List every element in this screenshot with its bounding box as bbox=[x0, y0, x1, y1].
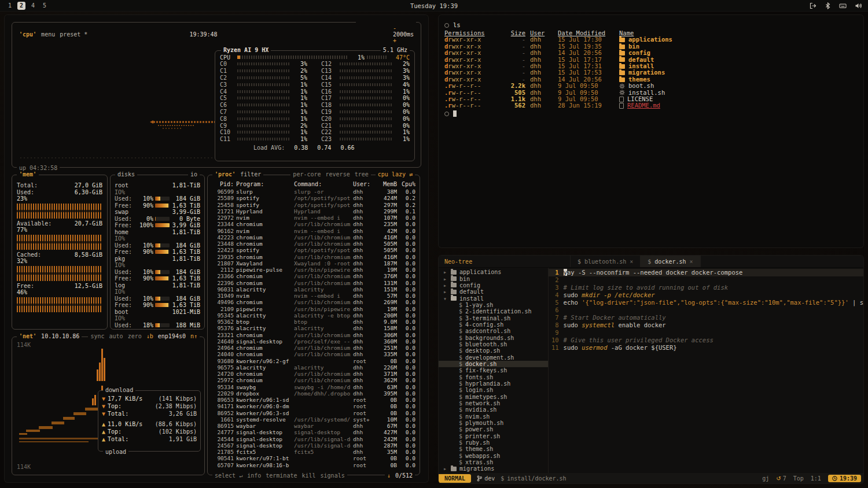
tree-item[interactable]: bin bbox=[439, 275, 548, 282]
process-row[interactable]: 86915 waybar waybar dhh 67M 0.0 bbox=[212, 423, 415, 429]
tree-item[interactable]: desktop.sh bbox=[439, 347, 548, 354]
io-mode-button[interactable]: io bbox=[188, 171, 200, 178]
process-row[interactable]: 23321 chromium /usr/lib/chromium . dhh 3… bbox=[212, 332, 415, 338]
process-row[interactable]: 95334 swaybg swaybg -i /home/dh dhh 63M … bbox=[212, 384, 415, 390]
process-row[interactable]: 22972 nvim nvim --embed i dhh 107M 0.0 bbox=[212, 215, 415, 221]
tree-item[interactable]: webapps.sh bbox=[439, 453, 548, 459]
interval-minus-button[interactable]: - bbox=[393, 25, 396, 31]
prompt-line[interactable] bbox=[444, 110, 858, 117]
scroll-down-indicator[interactable]: ↓ bbox=[385, 472, 393, 479]
process-row[interactable]: 86952 kworker/u96:3-sd root 0B 0.0 bbox=[212, 410, 415, 416]
tree-item[interactable]: hyprlandia.sh bbox=[439, 380, 548, 387]
process-row[interactable]: 23448 chromium /usr/lib/chromium . dhh 5… bbox=[212, 241, 415, 247]
info-button[interactable]: info bbox=[245, 472, 263, 479]
process-row[interactable]: 96575 alacritty alacritty dhh 226M 0.0 bbox=[212, 364, 415, 371]
process-row[interactable]: 2112 pipewire-pulse /usr/bin/pipewire- d… bbox=[212, 267, 415, 273]
tree-item[interactable]: xtras.sh bbox=[439, 459, 548, 465]
tree-item[interactable]: backgrounds.sh bbox=[439, 334, 548, 341]
process-row[interactable]: 95376 alacritty alacritty dhh 158M 0.0 bbox=[212, 325, 415, 331]
process-row[interactable]: 22396 chromium /usr/lib/chromium/ dhh 13… bbox=[212, 280, 415, 286]
tree-item[interactable]: applications bbox=[439, 269, 548, 275]
process-row[interactable]: 95345 alacritty alacritty -e btop dhh 20… bbox=[212, 312, 415, 319]
process-row[interactable]: 65707 kworker/u98:16-b root 0B 0.0 bbox=[212, 462, 415, 468]
sort-selector[interactable]: cpu lazy ⇄ bbox=[376, 171, 415, 178]
signals-button[interactable]: signals bbox=[318, 472, 347, 479]
buffer-tab[interactable]: $ bluetooth.sh × bbox=[571, 256, 641, 267]
filter-button[interactable]: filter bbox=[238, 171, 263, 178]
tree-item[interactable]: power.sh bbox=[439, 426, 548, 432]
close-tab-icon[interactable]: × bbox=[690, 258, 693, 265]
net-sync-button[interactable]: sync bbox=[88, 333, 106, 339]
tree-toggle[interactable]: tree bbox=[352, 171, 371, 178]
tree-item[interactable]: nvidia.sh bbox=[439, 406, 548, 413]
kill-button[interactable]: kill bbox=[299, 472, 318, 479]
tree-item[interactable]: docker.sh bbox=[439, 361, 548, 367]
tree-item[interactable]: migrations bbox=[439, 465, 548, 472]
process-row[interactable]: 2109 pipewire /usr/bin/pipewire dhh 19M … bbox=[212, 306, 415, 312]
process-row[interactable]: 31949 nvim nvim --embed i dhh 57M 0.0 bbox=[212, 293, 415, 299]
tree-item[interactable]: 2-identification.sh bbox=[439, 308, 548, 315]
process-row[interactable]: 96162 nvim nvim --embed i dhh 42M 0.0 bbox=[212, 228, 415, 234]
tree-item[interactable]: 4-config.sh bbox=[439, 321, 548, 328]
process-row[interactable]: 90541 kworker/u97:1-bt root 0B 0.0 bbox=[212, 455, 415, 461]
disks-box-label[interactable]: disks bbox=[115, 171, 137, 178]
process-row[interactable]: 24040 chromium /usr/lib/chromium/ dhh 33… bbox=[212, 351, 415, 357]
volume-icon[interactable] bbox=[855, 2, 862, 9]
proc-box-label[interactable]: 'proc' bbox=[212, 171, 238, 178]
select-button[interactable]: select ↵ bbox=[212, 472, 245, 479]
process-row[interactable]: 22029 dropbox /home/dhh/.dropbox dhh 395… bbox=[212, 390, 415, 397]
tree-item[interactable]: nvim.sh bbox=[439, 413, 548, 420]
close-tab-icon[interactable]: × bbox=[630, 258, 633, 265]
process-row[interactable]: 23344 chromium /usr/lib/chromium/ dhh 23… bbox=[212, 221, 415, 227]
process-row[interactable]: 96031 alacritty alacritty dhh 151M 0.0 bbox=[212, 286, 415, 293]
terminate-button[interactable]: terminate bbox=[263, 472, 299, 479]
tree-item[interactable]: plymouth.sh bbox=[439, 420, 548, 426]
reverse-toggle[interactable]: reverse bbox=[323, 171, 352, 178]
process-row[interactable]: 21785 fcitx5 fcitx5 dhh 35M 0.0 bbox=[212, 449, 415, 455]
tree-item[interactable]: fonts.sh bbox=[439, 374, 548, 380]
tree-item[interactable]: network.sh bbox=[439, 400, 548, 406]
process-row[interactable]: 24720 chromium /usr/lib/chromium/ dhh 37… bbox=[212, 371, 415, 377]
editor-buffer[interactable]: 1 yay -S --noconfirm --needed docker doc… bbox=[549, 268, 863, 473]
process-row[interactable]: 93680 kworker/u96:2-gf root 0B 0.0 bbox=[212, 358, 415, 364]
process-row[interactable]: 24567 signal-desktop /usr/lib/signal-de … bbox=[212, 442, 415, 449]
net-box-label[interactable]: 'net' bbox=[17, 333, 39, 339]
mem-box-label[interactable]: 'mem' bbox=[17, 171, 39, 178]
process-row[interactable]: 94171 kworker/u96:0-dm root 0B 0.0 bbox=[212, 403, 415, 409]
process-row[interactable]: 22423 spotify /opt/spotify/spoti dhh 505… bbox=[212, 247, 415, 253]
tree-item[interactable]: 1-yay.sh bbox=[439, 302, 548, 308]
process-row[interactable]: 96599 slurp slurp -or dhh 38M 0.0 bbox=[212, 188, 415, 195]
process-row[interactable]: 25458 spotify /opt/spotify/spoti dhh 297… bbox=[212, 202, 415, 208]
tree-item[interactable]: login.sh bbox=[439, 387, 548, 393]
process-row[interactable]: 25972 chromium /usr/lib/chromium/ dhh 36… bbox=[212, 377, 415, 383]
per-core-toggle[interactable]: per-core bbox=[290, 171, 323, 178]
process-row[interactable]: 42223 chromium /usr/lib/chromium . dhh 4… bbox=[212, 234, 415, 241]
tree-item[interactable]: install bbox=[439, 295, 548, 301]
process-row[interactable]: 21721 Hyprland Hyprland dhh 299M 0.1 bbox=[212, 208, 415, 215]
tree-item[interactable]: printer.sh bbox=[439, 433, 548, 439]
keyboard-icon[interactable] bbox=[839, 2, 847, 9]
tree-item[interactable]: fix-fkeys.sh bbox=[439, 367, 548, 374]
net-prev-button[interactable]: ↓b bbox=[144, 333, 156, 339]
logout-icon[interactable] bbox=[810, 2, 816, 9]
process-row[interactable]: 24777 signal-desktop signal-desktop dhh … bbox=[212, 429, 415, 435]
process-row[interactable]: 23366 chromium /usr/lib/chromium/ dhh 37… bbox=[212, 273, 415, 279]
process-row[interactable]: 89653 kworker/u96:1-sd root 0B 0.0 bbox=[212, 397, 415, 403]
net-next-button[interactable]: n↑ bbox=[188, 333, 200, 339]
process-row[interactable]: 24640 signal-desktop /proc/self/exe --t … bbox=[212, 338, 415, 345]
net-auto-button[interactable]: auto bbox=[107, 333, 126, 339]
tree-item[interactable]: mimetypes.sh bbox=[439, 394, 548, 400]
tree-item[interactable]: asdcontrol.sh bbox=[439, 328, 548, 334]
interval-plus-button[interactable]: + bbox=[393, 38, 396, 44]
tree-item[interactable]: theme.sh bbox=[439, 446, 548, 452]
tree-item[interactable]: development.sh bbox=[439, 354, 548, 360]
tree-item[interactable]: bluetooth.sh bbox=[439, 341, 548, 347]
process-row[interactable]: 25589 spotify /opt/spotify/spoti dhh 424… bbox=[212, 195, 415, 201]
net-zero-button[interactable]: zero bbox=[126, 333, 144, 339]
process-row[interactable]: 24544 signal-desktop /usr/lib/signal-de … bbox=[212, 436, 415, 442]
buffer-tab[interactable]: $ docker.sh × bbox=[641, 256, 700, 267]
process-row[interactable]: 95362 btop btop dhh 9.0M 0.0 bbox=[212, 319, 415, 325]
bluetooth-icon[interactable] bbox=[825, 2, 831, 9]
tree-item[interactable]: default bbox=[439, 289, 548, 295]
tree-item[interactable]: ruby.sh bbox=[439, 439, 548, 446]
